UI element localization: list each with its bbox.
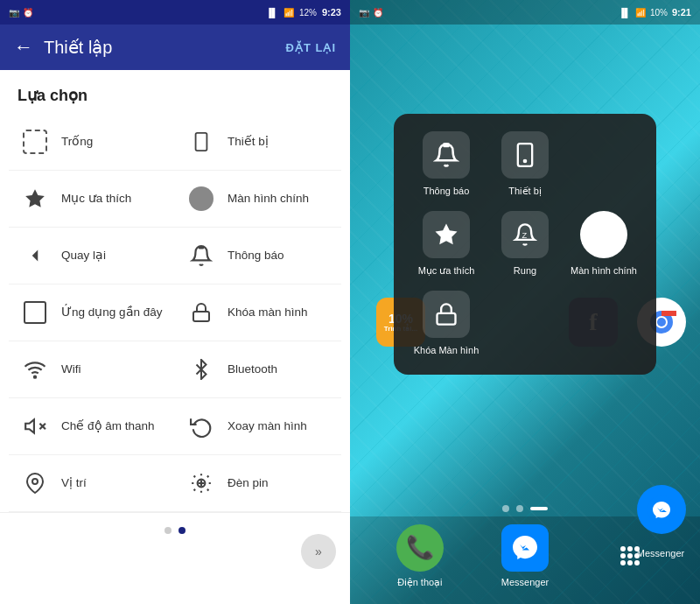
wifi-icon <box>19 354 51 385</box>
quay-lai-label: Quay lại <box>61 248 106 263</box>
menu-item-khoa[interactable]: Khóa màn hình <box>175 284 341 341</box>
messenger-icon-svg <box>648 495 676 523</box>
muc-ua-thich-icon <box>19 183 51 214</box>
menu-item-trong[interactable]: Trống <box>9 114 175 171</box>
time-right: 9:21 <box>672 7 691 18</box>
right-dot-1 <box>502 505 509 512</box>
qm-thiet-bi-icon <box>501 131 549 179</box>
dot-1 <box>164 527 172 534</box>
ung-dung-label: Ứng dụng gần đây <box>61 305 163 320</box>
thong-bao-label: Thông báo <box>228 248 284 263</box>
svg-marker-2 <box>25 189 45 207</box>
messenger-dock-svg <box>511 534 539 562</box>
qm-thong-bao-icon <box>423 131 470 179</box>
dot-2 <box>178 527 186 534</box>
qm-muc-ua-thich[interactable]: Mục ưa thích <box>411 211 481 277</box>
menu-item-thong-bao[interactable]: Thông báo <box>175 228 341 284</box>
muc-ua-thich-label: Mục ưa thích <box>61 191 131 207</box>
left-panel: 📷 ⏰ ▐▌ 📶 12% 9:23 ← Thiết lập ĐẶT LẠI Lự… <box>0 0 350 604</box>
menu-item-xoay[interactable]: Xoay màn hình <box>175 398 341 455</box>
battery-left: 12% <box>299 8 317 18</box>
right-dot-2 <box>516 505 523 512</box>
qm-thong-bao-label: Thông báo <box>424 186 470 197</box>
bluetooth-label: Bluetooth <box>228 362 277 377</box>
alarm-icon-r: ⏰ <box>373 8 383 18</box>
qm-muc-ua-thich-label: Mục ưa thích <box>418 265 475 277</box>
qm-bell-icon: Z <box>501 211 549 258</box>
qm-man-hinh[interactable]: Màn hình chính <box>569 211 639 277</box>
menu-item-ung-dung[interactable]: Ứng dụng gần đây <box>9 284 175 341</box>
am-thanh-label: Chế độ âm thanh <box>61 418 155 434</box>
wifi-status-icon: 📶 <box>284 8 294 18</box>
messenger-corner-icon[interactable] <box>637 485 686 534</box>
wifi-label: Wifi <box>61 362 81 377</box>
qm-khoa-label: Khóa Màn hình <box>414 345 480 356</box>
menu-item-muc-ua-thich[interactable]: Mục ưa thích <box>9 171 175 228</box>
messenger-label: Messenger <box>621 548 700 558</box>
reset-button[interactable]: ĐẶT LẠI <box>286 41 337 54</box>
svg-point-20 <box>657 318 666 327</box>
svg-marker-15 <box>436 224 458 245</box>
svg-marker-7 <box>25 419 34 432</box>
signal-icon: ▐▌ <box>266 8 278 18</box>
svg-rect-12 <box>443 143 450 147</box>
top-bar: ← Thiết lập ĐẶT LẠI <box>0 25 350 70</box>
qm-rung[interactable]: Z Rung <box>490 211 560 277</box>
svg-point-6 <box>34 376 36 378</box>
menu-item-vi-tri[interactable]: Vị trí <box>9 455 175 512</box>
scroll-indicator[interactable]: » <box>301 534 336 569</box>
qm-star-icon <box>423 211 470 258</box>
messenger-dock-icon <box>501 524 549 572</box>
svg-rect-0 <box>196 133 207 151</box>
messenger-dock-label: Messenger <box>501 577 549 587</box>
menu-item-den-pin[interactable]: Đèn pin <box>175 455 341 512</box>
khoa-icon <box>186 297 217 328</box>
content-area: Lựa chọn Trống Thiết bị <box>0 70 350 604</box>
svg-point-10 <box>32 479 38 484</box>
bottom-dots <box>0 512 350 547</box>
qm-thiet-bi-label: Thiết bị <box>508 186 542 197</box>
qm-khoa[interactable]: Khóa Màn hình <box>411 291 481 356</box>
qm-rung-label: Rung <box>514 265 536 277</box>
status-right-icons: ▐▌ 📶 12% 9:23 <box>266 7 341 18</box>
svg-point-29 <box>627 560 633 565</box>
right-panel: 📷 ⏰ ▐▌ 📶 10% 9:21 Thông báo <box>350 0 700 604</box>
quay-lai-icon <box>19 240 51 271</box>
dock-messenger[interactable]: Messenger <box>501 524 549 587</box>
menu-item-quay-lai[interactable]: Quay lại <box>9 228 175 284</box>
status-bar-right: 📷 ⏰ ▐▌ 📶 10% 9:21 <box>350 0 700 25</box>
thiet-bi-icon <box>186 126 217 158</box>
dock-dien-thoai[interactable]: 📞 Điện thoại <box>396 524 444 588</box>
status-right-left-icons: 📷 ⏰ <box>359 8 383 18</box>
menu-item-man-hinh-chinh[interactable]: Màn hình chính <box>175 171 341 228</box>
camera-icon: 📷 <box>9 8 19 18</box>
xoay-label: Xoay màn hình <box>228 418 307 434</box>
trong-label: Trống <box>61 134 93 150</box>
menu-item-am-thanh[interactable]: Chế độ âm thanh <box>9 398 175 455</box>
status-bar-left: 📷 ⏰ ▐▌ 📶 12% 9:23 <box>0 0 350 25</box>
qm-lock-icon <box>423 291 470 338</box>
alarm-icon: ⏰ <box>23 8 33 18</box>
wifi-icon-r: 📶 <box>635 8 646 18</box>
thong-bao-icon <box>186 240 217 271</box>
svg-text:Z: Z <box>522 231 528 240</box>
qm-home-icon <box>580 211 627 258</box>
vi-tri-icon <box>19 467 51 499</box>
menu-item-wifi[interactable]: Wifi <box>9 341 175 398</box>
status-right-right: ▐▌ 📶 10% 9:21 <box>619 7 691 18</box>
back-button[interactable]: ← <box>14 36 33 59</box>
signal-icon-r: ▐▌ <box>619 8 631 18</box>
camera-icon-r: 📷 <box>359 8 369 18</box>
top-bar-left: ← Thiết lập <box>14 36 112 59</box>
qm-thong-bao[interactable]: Thông báo <box>411 131 481 197</box>
svg-rect-4 <box>199 246 205 249</box>
thiet-bi-label: Thiết bị <box>228 134 269 150</box>
menu-grid: Trống Thiết bị Mục ưa thích <box>0 114 350 512</box>
man-hinh-chinh-icon <box>186 183 217 214</box>
menu-item-bluetooth[interactable]: Bluetooth <box>175 341 341 398</box>
qm-thiet-bi[interactable]: Thiết bị <box>490 131 560 197</box>
menu-item-thiet-bi[interactable]: Thiết bị <box>175 114 341 171</box>
time-left: 9:23 <box>322 7 341 18</box>
man-hinh-chinh-label: Màn hình chính <box>228 191 309 207</box>
vi-tri-label: Vị trí <box>61 475 87 491</box>
